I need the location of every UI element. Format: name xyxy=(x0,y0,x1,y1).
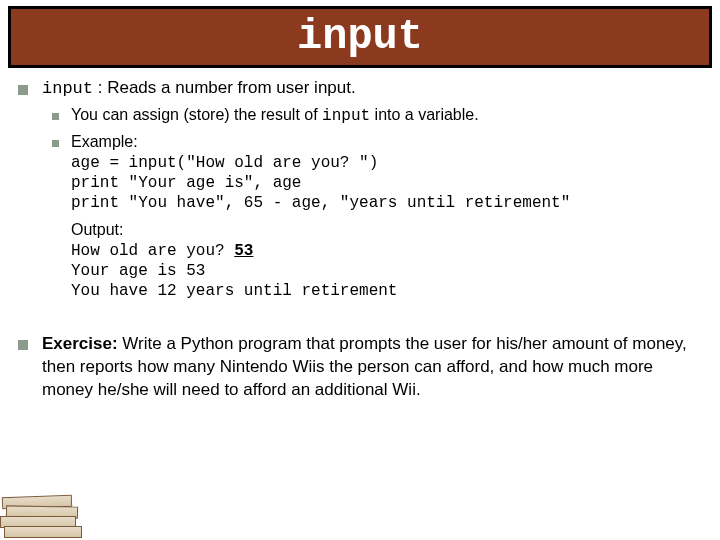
bullet-intro: input : Reads a number from user input. xyxy=(18,78,702,98)
sub-bullet-0: You can assign (store) the result of inp… xyxy=(52,106,702,125)
square-bullet-icon xyxy=(18,340,28,350)
sub-text-1: Example: xyxy=(71,133,702,151)
code-line-1: print "Your age is", age xyxy=(71,174,301,192)
book-icon xyxy=(4,526,82,538)
intro-rest: : Reads a number from user input. xyxy=(93,78,356,97)
code-block: age = input("How old are you? ") print "… xyxy=(18,153,702,213)
exercise-body: Write a Python program that prompts the … xyxy=(42,334,687,399)
output-prompt-row: How old are you? 53 xyxy=(71,241,702,261)
sub-bullet-1: Example: xyxy=(52,133,702,151)
intro-text: input : Reads a number from user input. xyxy=(42,78,702,98)
output-prompt: How old are you? xyxy=(71,242,234,260)
intro-keyword: input xyxy=(42,79,93,98)
code-line-2: print "You have", 65 - age, "years until… xyxy=(71,194,570,212)
output-line-0: Your age is 53 xyxy=(71,261,702,281)
slide-content: input : Reads a number from user input. … xyxy=(0,68,720,402)
output-line-1: You have 12 years until retirement xyxy=(71,281,702,301)
square-bullet-icon xyxy=(52,140,59,147)
sub0-pre: You can assign (store) the result of xyxy=(71,106,322,123)
sub-bullets: You can assign (store) the result of inp… xyxy=(18,106,702,151)
sub0-post: into a variable. xyxy=(370,106,479,123)
books-decoration xyxy=(0,492,90,540)
output-label: Output: xyxy=(18,221,702,239)
bullet-exercise: Exercise: Write a Python program that pr… xyxy=(18,333,702,402)
sub1-pre: Example: xyxy=(71,133,138,150)
square-bullet-icon xyxy=(52,113,59,120)
slide-title: input xyxy=(297,13,423,61)
exercise-text: Exercise: Write a Python program that pr… xyxy=(42,333,702,402)
slide-title-bar: input xyxy=(8,6,712,68)
output-block: How old are you? 53 Your age is 53 You h… xyxy=(18,241,702,301)
output-user-input: 53 xyxy=(234,242,253,260)
code-line-0: age = input("How old are you? ") xyxy=(71,154,378,172)
sub-text-0: You can assign (store) the result of inp… xyxy=(71,106,702,125)
sub0-kw: input xyxy=(322,107,370,125)
exercise-label: Exercise: xyxy=(42,334,118,353)
square-bullet-icon xyxy=(18,85,28,95)
